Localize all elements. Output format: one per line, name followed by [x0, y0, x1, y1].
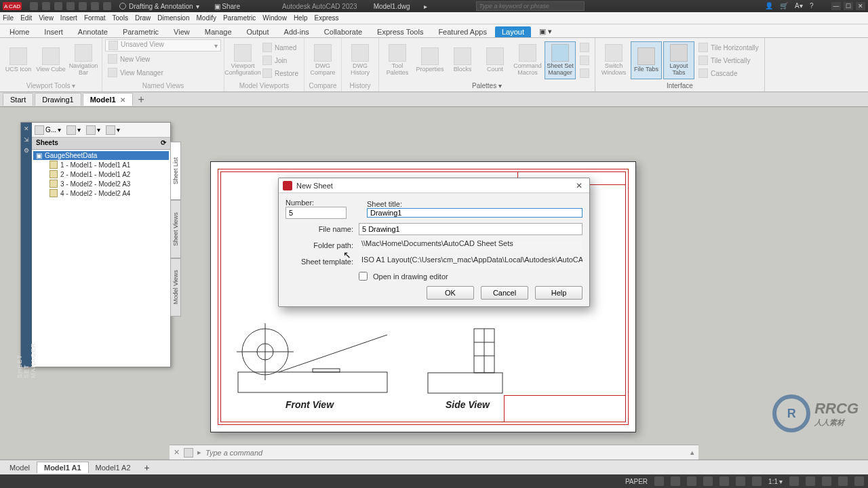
status-icon[interactable] [654, 476, 664, 486]
sheet-title-input[interactable] [367, 208, 583, 218]
cart-icon[interactable]: 🛒 [780, 2, 788, 10]
workspace-dropdown[interactable]: Drafting & Annotation ▾ [119, 3, 199, 10]
properties-button[interactable]: Properties [414, 41, 446, 79]
layout-tab-model[interactable]: Model [3, 462, 37, 473]
new-view-button[interactable]: New View [105, 53, 221, 65]
status-icon[interactable] [719, 476, 729, 486]
scale-dropdown[interactable]: 1:1 ▾ [768, 478, 783, 485]
tab-annotate[interactable]: Annotate [71, 26, 115, 37]
menu-item[interactable]: Dimension [157, 14, 189, 22]
tab-manage[interactable]: Manage [198, 26, 239, 37]
search-input[interactable] [476, 1, 585, 11]
tab-extra[interactable]: ▣ ▾ [532, 26, 559, 37]
close-icon[interactable]: ✕ [120, 96, 125, 104]
file-tabs-button[interactable]: File Tabs [631, 41, 662, 79]
qat-icon[interactable] [42, 2, 50, 10]
run-icon[interactable]: ▸ [424, 3, 427, 10]
layout-tabs-button[interactable]: Layout Tabs [663, 41, 694, 79]
command-input[interactable] [205, 449, 686, 457]
blocks-button[interactable]: Blocks [447, 41, 478, 79]
help-icon[interactable]: ? [810, 2, 818, 10]
sidetab-sheetviews[interactable]: Sheet Views [170, 200, 181, 258]
ssm-tool1[interactable]: ▾ [66, 125, 81, 135]
qat-icon[interactable] [54, 2, 62, 10]
filetab-drawing1[interactable]: Drawing1 [35, 93, 81, 106]
menu-item[interactable]: Help [294, 14, 308, 22]
sheet-item[interactable]: 3 - Model2 - Model2 A3 [33, 179, 169, 188]
status-icon[interactable] [736, 476, 745, 486]
status-icon[interactable] [703, 476, 713, 486]
sheet-tree[interactable]: ▣GaugeSheetData 1 - Model1 - Model1 A1 2… [32, 150, 170, 367]
expand-icon[interactable]: ▴ [690, 448, 694, 457]
maximize-button[interactable]: ☐ [844, 2, 853, 10]
menu-item[interactable]: Format [84, 14, 106, 22]
number-input[interactable] [285, 207, 347, 219]
ssm-tool3[interactable]: ▾ [106, 125, 120, 135]
sheet-item[interactable]: 2 - Model1 - Model1 A2 [33, 169, 169, 179]
filetab-model1[interactable]: Model1✕ [83, 93, 133, 106]
qat-icon[interactable] [30, 2, 38, 10]
dwg-history-button[interactable]: DWG History [344, 41, 376, 79]
cascade-button[interactable]: Cascade [696, 67, 762, 79]
close-icon[interactable]: ✕ [174, 448, 180, 457]
menu-item[interactable]: Insert [60, 14, 77, 22]
paper-toggle[interactable]: PAPER [625, 478, 648, 485]
signin-icon[interactable]: 👤 [765, 2, 773, 10]
status-icon[interactable] [822, 476, 831, 486]
qat-icon[interactable] [66, 2, 75, 10]
menu-item[interactable]: View [39, 14, 54, 22]
navbar-button[interactable]: Navigation Bar [68, 41, 99, 79]
named-button[interactable]: Named [260, 41, 301, 54]
layout-tab-a2[interactable]: Model1 A2 [89, 462, 138, 473]
dwg-compare-button[interactable]: DWG Compare [307, 41, 338, 79]
status-icon[interactable] [854, 476, 864, 486]
refresh-icon[interactable]: ⟳ [161, 139, 166, 148]
viewcube-button[interactable]: View Cube [35, 41, 66, 79]
help-button[interactable]: Help [535, 286, 583, 300]
palette-small-button[interactable] [577, 67, 592, 79]
unsaved-view-dropdown[interactable]: Unsaved View▾ [105, 39, 221, 52]
add-layout-button[interactable]: + [138, 461, 157, 474]
tab-addins[interactable]: Add-ins [277, 26, 316, 37]
status-icon[interactable] [806, 476, 815, 486]
ssm-tool2[interactable]: ▾ [86, 125, 100, 135]
tree-root[interactable]: ▣GaugeSheetData [33, 151, 169, 160]
tile-v-button[interactable]: Tile Vertically [696, 54, 762, 66]
menu-item[interactable]: Edit [20, 14, 32, 22]
tab-collaborate[interactable]: Collaborate [317, 26, 369, 37]
count-button[interactable]: Count [479, 41, 511, 79]
add-tab-button[interactable]: + [138, 94, 144, 106]
sidetab-sheetlist[interactable]: Sheet List [170, 142, 181, 200]
menu-item[interactable]: Modify [197, 14, 216, 22]
share-button[interactable]: ▣ Share [214, 3, 240, 10]
tab-output[interactable]: Output [240, 26, 276, 37]
tab-parametric[interactable]: Parametric [116, 26, 165, 37]
ok-button[interactable]: OK [427, 286, 474, 300]
status-icon[interactable] [838, 476, 848, 486]
palette-handle[interactable]: ✕ ⇲ ⚙ SHEET SET MANAGER [21, 123, 32, 367]
palette-small-button[interactable] [577, 54, 592, 66]
quick-access-toolbar[interactable] [30, 2, 111, 10]
qat-icon[interactable] [103, 2, 111, 10]
tile-h-button[interactable]: Tile Horizontally [696, 41, 762, 54]
tool-palettes-button[interactable]: Tool Palettes [382, 41, 413, 79]
menu-item[interactable]: File [3, 14, 14, 22]
restore-button[interactable]: Restore [260, 67, 301, 79]
menu-item[interactable]: Parametric [223, 14, 256, 22]
status-icon[interactable] [687, 476, 696, 486]
file-name-input[interactable] [359, 223, 583, 235]
dialog-titlebar[interactable]: New Sheet ✕ [279, 178, 589, 193]
minimize-button[interactable]: — [831, 2, 841, 10]
viewport-config-button[interactable]: Viewport Configuration [227, 41, 258, 79]
ucs-icon-button[interactable]: UCS Icon [3, 41, 34, 79]
tab-view[interactable]: View [167, 26, 197, 37]
menu-item[interactable]: Window [262, 14, 287, 22]
menu-item[interactable]: Express [314, 14, 338, 22]
close-button[interactable]: ✕ [856, 2, 865, 10]
view-manager-button[interactable]: View Manager [105, 66, 221, 79]
apps-icon[interactable]: A▾ [795, 2, 803, 10]
tab-home[interactable]: Home [3, 26, 36, 37]
menu-item[interactable]: Draw [135, 14, 151, 22]
tab-express[interactable]: Express Tools [370, 26, 430, 37]
status-icon[interactable] [789, 476, 799, 486]
